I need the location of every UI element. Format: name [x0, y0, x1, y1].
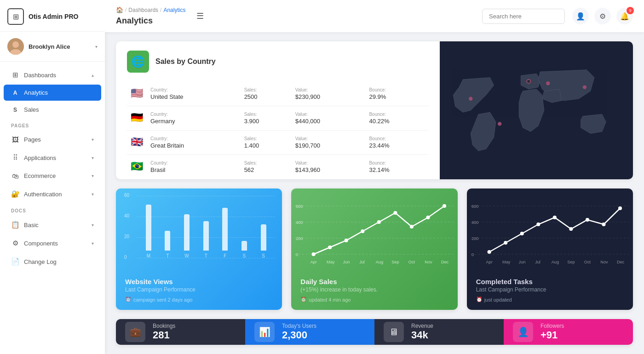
- bar-label: M: [147, 253, 150, 258]
- svg-point-18: [345, 239, 348, 242]
- svg-text:Sep: Sep: [567, 260, 575, 264]
- world-map-section: [440, 41, 633, 179]
- menu-icon[interactable]: ☰: [196, 11, 204, 21]
- chevron-up-icon: ▴: [92, 73, 94, 78]
- sidebar-user[interactable]: Brooklyn Alice ▾: [0, 32, 105, 62]
- card-header: 🌐 Sales by Country: [127, 51, 429, 73]
- header-icons: 👤 ⚙ 🔔 9: [572, 8, 633, 24]
- table-row: 🇧🇷 Country: Brasil Sales: 562 Value: $14…: [127, 155, 429, 179]
- bar-label: T: [205, 253, 207, 258]
- sidebar-item-applications[interactable]: ⠿ Applications ▾: [4, 149, 101, 166]
- country-flag: 🇩🇪: [127, 106, 147, 131]
- user-name: Brooklyn Alice: [29, 43, 91, 50]
- svg-text:600: 600: [296, 204, 303, 209]
- dashboards-icon: ⊞: [11, 71, 19, 79]
- svg-text:Apr: Apr: [310, 260, 317, 264]
- logo-text: Otis Admin PRO: [29, 13, 78, 21]
- sidebar-item-label: Basic: [24, 222, 87, 228]
- breadcrumb-analytics[interactable]: Analytics: [163, 7, 185, 13]
- svg-text:200: 200: [296, 236, 303, 241]
- settings-button[interactable]: ⚙: [594, 8, 611, 24]
- stat-item-revenue: 🖥 Revenue 34k: [374, 319, 504, 345]
- chevron-down-icon: ▾: [92, 137, 94, 142]
- svg-point-17: [328, 246, 332, 249]
- svg-text:May: May: [327, 260, 335, 264]
- sidebar-item-basic[interactable]: 📋 Basic ▾: [4, 216, 101, 234]
- bar-group: T: [161, 231, 175, 258]
- sidebar-item-pages[interactable]: 🖼 Pages ▾: [4, 131, 101, 148]
- svg-text:Sep: Sep: [392, 260, 399, 264]
- svg-text:Jun: Jun: [343, 260, 350, 264]
- bar-label: F: [224, 253, 226, 258]
- clock-icon: ⏰: [476, 297, 483, 303]
- table-row: 🇺🇸 Country: United State Sales: 2500 Val…: [127, 82, 429, 106]
- svg-text:Nov: Nov: [425, 260, 433, 264]
- bar-group: S: [237, 241, 251, 258]
- completed-tasks-card: 600 400 200 0 Apr: [467, 188, 633, 310]
- svg-point-5: [527, 80, 530, 83]
- clock-icon: ⏰: [125, 297, 132, 303]
- stat-label: Followers: [540, 323, 624, 329]
- stats-row: 💼 Bookings 281 📊 Today's Users 2,300 🖥 R…: [116, 319, 633, 345]
- svg-point-4: [498, 122, 501, 126]
- chart-title: Completed Tasks: [476, 278, 624, 285]
- sales-by-country-card: 🌐 Sales by Country 🇺🇸 Country: United St…: [116, 41, 633, 179]
- breadcrumb-dashboards[interactable]: Dashboards: [128, 7, 158, 13]
- svg-text:Jul: Jul: [359, 260, 365, 264]
- chart-title: Daily Sales: [300, 278, 448, 285]
- docs-section-label: DOCS: [0, 204, 105, 215]
- svg-text:Oct: Oct: [408, 260, 415, 264]
- svg-text:Jul: Jul: [535, 260, 540, 264]
- sidebar-item-dashboards[interactable]: ⊞ Dashboards ▴: [4, 66, 101, 84]
- country-flag: 🇬🇧: [127, 131, 147, 155]
- stat-item-followers: 👤 Followers +91: [504, 319, 633, 345]
- ecommerce-icon: 🛍: [11, 172, 19, 180]
- auth-icon: 🔐: [11, 190, 19, 198]
- stat-item-bookings: 💼 Bookings 281: [116, 319, 245, 345]
- logo-icon: ⊞: [7, 8, 24, 25]
- svg-text:Nov: Nov: [600, 260, 608, 264]
- bar-label: S: [243, 253, 246, 258]
- chart-title: Website Views: [125, 278, 273, 285]
- bar: [261, 224, 266, 251]
- avatar: [7, 38, 24, 55]
- revenue-icon: 🖥: [384, 322, 404, 342]
- daily-sales-card: 600 400 200 0: [291, 188, 457, 310]
- chart-subtitle: (+15%) increase in today sales.: [300, 286, 448, 293]
- svg-point-45: [536, 223, 540, 226]
- bar-group: T: [199, 221, 213, 258]
- svg-point-16: [312, 252, 316, 256]
- chevron-down-icon: ▾: [95, 44, 98, 49]
- svg-text:Jun: Jun: [518, 260, 525, 264]
- bar-group: F: [218, 208, 232, 258]
- svg-point-6: [546, 81, 550, 85]
- sidebar-item-authentication[interactable]: 🔐 Authentication ▾: [4, 185, 101, 203]
- user-profile-button[interactable]: 👤: [572, 8, 589, 24]
- svg-text:200: 200: [472, 236, 478, 241]
- bar-group: W: [180, 214, 194, 258]
- sidebar-item-label: Dashboards: [24, 72, 87, 79]
- search-input[interactable]: [482, 9, 565, 24]
- sidebar-item-components[interactable]: ⚙ Components ▾: [4, 234, 101, 252]
- components-icon: ⚙: [11, 239, 19, 247]
- stat-label: Bookings: [153, 323, 236, 329]
- daily-sales-footer: Daily Sales (+15%) increase in today sal…: [291, 271, 457, 310]
- sidebar-item-sales[interactable]: S Sales: [4, 102, 101, 118]
- svg-point-50: [618, 206, 622, 210]
- sidebar-item-analytics[interactable]: A Analytics: [4, 85, 101, 101]
- stat-value: 2,300: [282, 329, 365, 341]
- sidebar-logo: ⊞ Otis Admin PRO: [0, 0, 105, 32]
- users-chart-icon: 📊: [254, 322, 275, 342]
- svg-text:0: 0: [472, 252, 474, 257]
- website-views-chart: 60 40 20 0 M T W T F: [116, 188, 282, 271]
- home-icon: 🏠: [116, 6, 123, 13]
- sidebar: ⊞ Otis Admin PRO Brooklyn Alice ▾ ⊞ Dash…: [0, 0, 105, 354]
- completed-tasks-chart: 600 400 200 0 Apr: [467, 188, 633, 271]
- bar: [203, 221, 209, 251]
- bar: [242, 241, 247, 251]
- sidebar-item-label: Pages: [24, 136, 87, 143]
- sidebar-item-ecommerce[interactable]: 🛍 Ecommerce ▾: [4, 167, 101, 184]
- sidebar-item-changelog[interactable]: 📄 Change Log: [4, 253, 101, 270]
- notifications-button[interactable]: 🔔 9: [616, 8, 633, 24]
- svg-point-7: [583, 85, 586, 89]
